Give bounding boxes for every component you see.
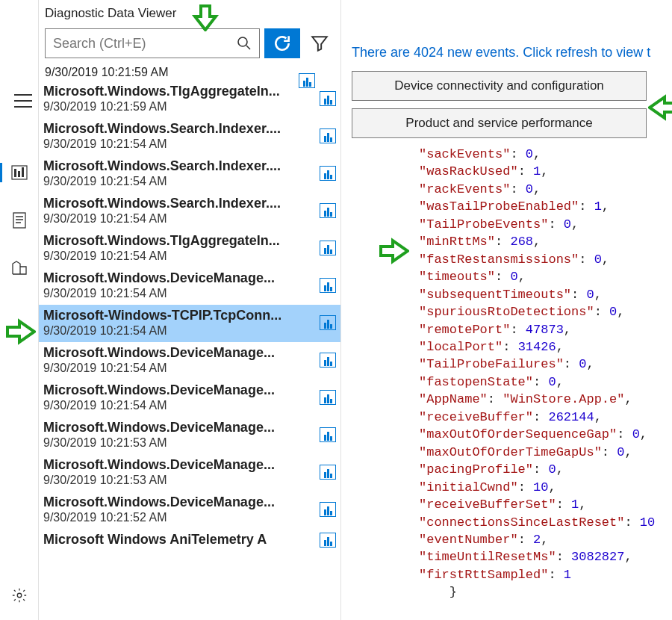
event-name: Microsoft.Windows.Search.Indexer.... — [43, 158, 315, 174]
search-icon — [237, 36, 252, 51]
event-name: Microsoft.Windows.Search.Indexer.... — [43, 121, 315, 137]
new-events-banner[interactable]: There are 4024 new events. Click refresh… — [352, 45, 672, 61]
event-name: Microsoft Windows AniTelemetry A — [43, 532, 315, 548]
chart-icon[interactable] — [320, 241, 336, 255]
event-timestamp: 9/30/2019 10:21:54 AM — [43, 362, 315, 375]
event-row[interactable]: Microsoft Windows AniTelemetry A — [39, 529, 340, 552]
chart-icon[interactable] — [320, 203, 336, 218]
event-row[interactable]: Microsoft.Windows.Search.Indexer....9/30… — [39, 118, 340, 155]
filter-button[interactable] — [305, 28, 335, 58]
event-timestamp: 9/30/2019 10:21:54 AM — [43, 175, 315, 188]
event-name: Microsoft.Windows.DeviceManage... — [43, 420, 315, 435]
event-name: Microsoft.Windows.DeviceManage... — [43, 495, 315, 510]
search-box[interactable] — [45, 28, 260, 58]
event-timestamp: 9/30/2019 10:21:54 AM — [43, 287, 315, 300]
app-title: Diagnostic Data Viewer — [39, 0, 340, 24]
event-name: Microsoft.Windows.TlgAggregateIn... — [43, 233, 315, 249]
search-input[interactable] — [53, 36, 237, 52]
nav-rail — [0, 0, 39, 620]
category-device-connectivity[interactable]: Device connectivity and configuration — [352, 71, 647, 101]
event-timestamp[interactable]: 9/30/2019 10:21:59 AM — [39, 63, 340, 81]
event-timestamp: 9/30/2019 10:21:54 AM — [43, 212, 315, 226]
event-timestamp: 9/30/2019 10:21:54 AM — [43, 249, 315, 263]
event-row[interactable]: Microsoft.Windows.Search.Indexer....9/30… — [39, 193, 340, 230]
svg-point-5 — [17, 593, 22, 598]
chart-icon[interactable] — [320, 315, 336, 330]
svg-point-6 — [238, 37, 247, 46]
event-timestamp: 9/30/2019 10:21:53 AM — [43, 436, 315, 450]
svg-rect-2 — [18, 171, 20, 177]
chart-icon[interactable] — [320, 465, 336, 480]
event-row[interactable]: Microsoft.Windows.DeviceManage...9/30/20… — [39, 492, 340, 529]
event-timestamp: 9/30/2019 10:21:54 AM — [43, 399, 315, 412]
chart-icon[interactable] — [320, 91, 336, 106]
event-row[interactable]: Microsoft-Windows-TCPIP.TcpConn...9/30/2… — [39, 305, 340, 342]
event-name: Microsoft.Windows.TlgAggregateIn... — [43, 84, 315, 99]
event-list-pane: Diagnostic Data Viewer 9/30/2019 10:21:5… — [39, 0, 341, 620]
refresh-button[interactable] — [264, 28, 300, 58]
event-row[interactable]: Microsoft.Windows.DeviceManage...9/30/20… — [39, 417, 340, 454]
event-row[interactable]: Microsoft.Windows.DeviceManage...9/30/20… — [39, 379, 340, 417]
event-timestamp: 9/30/2019 10:21:53 AM — [43, 474, 315, 487]
category-product-performance[interactable]: Product and service performance — [352, 108, 647, 138]
rail-about-data[interactable] — [4, 255, 34, 281]
chart-icon[interactable] — [320, 128, 336, 143]
event-row[interactable]: Microsoft.Windows.Search.Indexer....9/30… — [39, 155, 340, 193]
event-row[interactable]: Microsoft.Windows.TlgAggregateIn...9/30/… — [39, 230, 340, 267]
hamburger-menu[interactable] — [8, 88, 38, 114]
json-detail: "sackEvents": 0, "wasRackUsed": 1, "rack… — [352, 146, 672, 601]
event-row[interactable]: Microsoft.Windows.TlgAggregateIn...9/30/… — [39, 81, 340, 118]
detail-pane: There are 4024 new events. Click refresh… — [341, 0, 672, 620]
rail-settings[interactable] — [4, 583, 34, 608]
svg-rect-1 — [14, 169, 16, 177]
rail-events[interactable] — [4, 160, 34, 185]
event-name: Microsoft.Windows.Search.Indexer.... — [43, 196, 315, 211]
chart-icon[interactable] — [320, 502, 336, 517]
event-timestamp: 9/30/2019 10:21:52 AM — [43, 511, 315, 524]
chart-icon[interactable] — [320, 390, 336, 405]
event-name: Microsoft.Windows.DeviceManage... — [43, 270, 315, 286]
event-row[interactable]: Microsoft.Windows.DeviceManage...9/30/20… — [39, 267, 340, 305]
event-row[interactable]: Microsoft.Windows.DeviceManage...9/30/20… — [39, 342, 340, 379]
rail-problem-reports[interactable] — [4, 208, 34, 233]
event-row[interactable]: Microsoft.Windows.DeviceManage...9/30/20… — [39, 454, 340, 492]
event-name: Microsoft.Windows.DeviceManage... — [43, 382, 315, 398]
svg-rect-3 — [22, 167, 24, 177]
chart-icon[interactable] — [320, 353, 336, 368]
chart-icon[interactable] — [320, 278, 336, 293]
svg-rect-4 — [13, 213, 25, 228]
event-timestamp: 9/30/2019 10:21:54 AM — [43, 324, 315, 338]
event-name: Microsoft.Windows.DeviceManage... — [43, 345, 315, 361]
event-timestamp: 9/30/2019 10:21:54 AM — [43, 137, 315, 151]
event-list: Microsoft.Windows.TlgAggregateIn...9/30/… — [39, 81, 340, 620]
event-name: Microsoft-Windows-TCPIP.TcpConn... — [43, 308, 315, 323]
event-timestamp: 9/30/2019 10:21:59 AM — [43, 100, 315, 114]
event-name: Microsoft.Windows.DeviceManage... — [43, 457, 315, 473]
chart-icon[interactable] — [320, 427, 336, 442]
chart-icon[interactable] — [320, 533, 336, 548]
chart-icon[interactable] — [320, 166, 336, 181]
